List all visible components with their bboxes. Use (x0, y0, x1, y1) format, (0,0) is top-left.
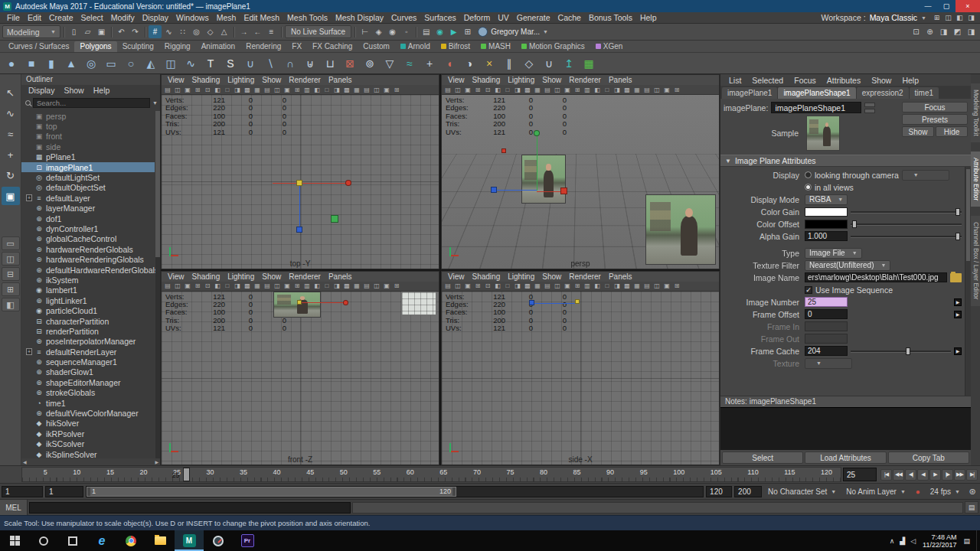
maximize-icon[interactable]: ▢ (937, 0, 956, 12)
step-back-key-icon[interactable]: ◀◀ (893, 469, 904, 481)
frame-selection-icon[interactable]: ◧ (312, 282, 322, 290)
viewport-menu-item[interactable]: Show (538, 272, 565, 281)
multisampling-toggle-icon[interactable]: ▤ (642, 86, 652, 94)
viewport-persp[interactable]: ViewShadingLightingShowRendererPanels ▤◫… (441, 74, 720, 269)
snap-to-projected-center-icon[interactable]: ◎ (190, 25, 203, 38)
viewport-menu-item[interactable]: Show (258, 76, 285, 84)
browse-folder-icon[interactable] (950, 273, 962, 282)
image-plane-preview[interactable] (645, 194, 716, 265)
menu-item[interactable]: Display (139, 13, 172, 22)
shelf-tab[interactable]: Arnold (395, 41, 436, 52)
select-camera-icon[interactable]: ▤ (163, 282, 172, 290)
minimize-icon[interactable]: — (919, 0, 937, 12)
channel-box-toggle-icon[interactable]: ◨ (965, 13, 977, 23)
menu-item[interactable]: File (3, 13, 24, 22)
motion-blur-toggle-icon[interactable]: ▦ (632, 86, 642, 94)
shelf-tab[interactable]: Custom (358, 41, 394, 52)
lighting-toggle-icon[interactable]: □ (322, 86, 332, 94)
snap-to-grids-icon[interactable]: # (149, 25, 162, 38)
ao-toggle-icon[interactable]: ▩ (622, 282, 632, 290)
undo-icon[interactable]: ↶ (115, 25, 128, 38)
grease-pencil-icon[interactable]: □ (223, 282, 232, 290)
outliner-item[interactable]: ◆ ikSCsolver (21, 439, 155, 449)
tool-settings-toggle-icon[interactable]: ◩ (951, 25, 964, 38)
viewport-menu-item[interactable]: Shading (469, 272, 505, 281)
tray-expand-icon[interactable]: ∧ (890, 537, 895, 545)
boolean-union-icon[interactable]: ∪ (241, 54, 260, 73)
motion-blur-toggle-icon[interactable]: ▦ (352, 86, 361, 94)
poly-helix-icon[interactable]: ∿ (181, 54, 200, 73)
xray-toggle-icon[interactable]: ▣ (662, 86, 671, 94)
boolean-difference-icon[interactable]: ∖ (261, 54, 279, 73)
color-offset-swatch[interactable] (805, 220, 848, 229)
bookmarks-icon[interactable]: ⊞ (193, 86, 202, 94)
step-forward-key-icon[interactable]: ▶▶ (954, 469, 965, 481)
make-live-icon[interactable]: △ (217, 25, 230, 38)
smooth-icon[interactable]: ≈ (400, 54, 419, 73)
viewport-menu-item[interactable]: Renderer (565, 272, 605, 281)
range-slider-handle[interactable]: 1 120 (87, 487, 456, 497)
lock-camera-icon[interactable]: ◫ (173, 86, 182, 94)
bookmarks-icon[interactable]: ⊞ (473, 86, 482, 94)
shadows-toggle-icon[interactable]: ◨ (612, 86, 622, 94)
outliner-item[interactable]: ⊛ strokeGlobals (21, 388, 155, 398)
poly-disc-icon[interactable]: ○ (122, 54, 140, 73)
move-manipulator-y-handle[interactable] (534, 130, 540, 136)
outliner-item[interactable]: ⊛ shaderGlow1 (21, 367, 155, 377)
menu-item[interactable]: Modify (107, 13, 139, 22)
sculpt-icon[interactable]: ◖ (440, 54, 459, 73)
outliner-item[interactable]: ⊛ dynController1 (21, 223, 155, 233)
modeling-toolkit-toggle-icon[interactable]: ⊡ (910, 25, 923, 38)
playback-end-field[interactable]: 120 (706, 486, 732, 497)
animation-end-field[interactable]: 200 (734, 486, 762, 497)
viewport-menu-item[interactable]: Lighting (224, 272, 258, 281)
move-manipulator-x-axis[interactable] (302, 302, 344, 303)
menu-item[interactable]: Help (636, 13, 661, 22)
outliner-item[interactable]: ⊛ hardwareRenderGlobals (21, 244, 155, 254)
shelf-tab[interactable]: Motion Graphics (516, 41, 590, 52)
attribute-editor-toggle-icon[interactable]: ◨ (937, 25, 950, 38)
image-name-field[interactable]: ers\marlowg\Desktop\Blah\Test000.jpg (805, 272, 947, 282)
outliner-item[interactable]: ≡ defaultRenderLayer (21, 347, 155, 357)
2d-pan-zoom-icon[interactable]: ◧ (493, 282, 502, 290)
menu-item[interactable]: Generate (513, 13, 554, 22)
type-dropdown[interactable]: Image File▼ (805, 248, 862, 259)
camera-attributes-icon[interactable]: ▣ (183, 86, 192, 94)
no-live-surface-button[interactable]: No Live Surface (285, 25, 351, 38)
outliner-toggle-icon[interactable]: ◧ (954, 13, 965, 23)
attribute-editor-menu-item[interactable]: Show (866, 76, 897, 85)
poly-plane-icon[interactable]: ▭ (102, 54, 120, 73)
workspace-options-icon[interactable]: ⊞ (931, 13, 942, 23)
frame-selection-icon[interactable]: ◧ (593, 282, 602, 290)
multisampling-toggle-icon[interactable]: ▤ (362, 86, 371, 94)
select-object-icon[interactable]: ◈ (372, 25, 385, 38)
field-chart-icon[interactable]: ◫ (553, 86, 562, 94)
gate-mask-icon[interactable]: ▤ (263, 86, 272, 94)
workspace-selector[interactable]: Workspace : Maya Classic ▼ (821, 13, 926, 22)
2d-pan-zoom-icon[interactable]: ◧ (213, 282, 222, 290)
use-image-sequence-checkbox[interactable] (805, 286, 812, 294)
ipr-render-icon[interactable]: ▶ (447, 25, 460, 38)
resolution-gate-icon[interactable]: ▦ (253, 282, 262, 290)
mirror-icon[interactable]: ◑ (460, 54, 479, 73)
sidebar-vertical-tab[interactable]: Modeling Toolkit (971, 83, 980, 142)
attribute-editor-menu-item[interactable]: Focus (789, 76, 822, 85)
highlight-selection-icon[interactable]: ◦ (400, 25, 413, 38)
attribute-editor-tab[interactable]: imagePlane1 (722, 87, 777, 99)
select-hierarchy-icon[interactable]: ⊢ (358, 25, 371, 38)
construction-history-icon[interactable]: ≡ (265, 25, 278, 38)
frame-all-icon[interactable]: ▥ (302, 86, 312, 94)
xray-toggle-icon[interactable]: ▣ (382, 86, 391, 94)
resolution-gate-icon[interactable]: ▦ (533, 86, 542, 94)
outliner-item[interactable]: ⊛ poseInterpolatorManager (21, 337, 155, 347)
shadows-toggle-icon[interactable]: ◨ (332, 86, 341, 94)
2d-pan-zoom-icon[interactable]: ◧ (213, 86, 222, 94)
outliner-item[interactable]: ◆ ikSplineSolver (21, 449, 155, 458)
attribute-editor-menu-item[interactable]: Attributes (822, 76, 866, 85)
viewport-menu-item[interactable]: Show (538, 76, 565, 84)
color-offset-slider[interactable] (851, 220, 962, 229)
grease-pencil-icon[interactable]: □ (503, 86, 512, 94)
poly-cone-icon[interactable]: ▲ (62, 54, 80, 73)
viewport-menu-item[interactable]: Panels (325, 272, 356, 281)
single-pane-layout-icon[interactable]: ▭ (2, 236, 20, 250)
